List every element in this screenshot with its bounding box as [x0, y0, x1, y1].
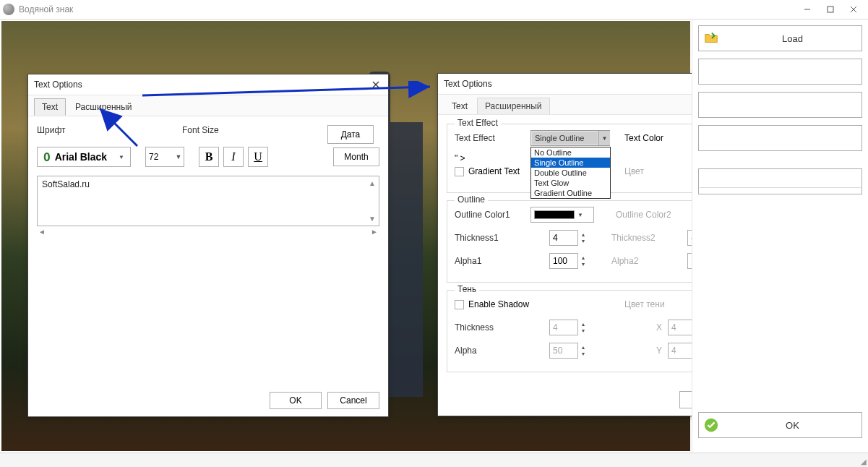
- side-slot[interactable]: [698, 168, 862, 194]
- check-circle-icon: [699, 417, 723, 433]
- font-picker[interactable]: O Arial Black ▼: [37, 147, 131, 167]
- app-icon: [3, 4, 14, 15]
- chevron-down-icon[interactable]: ▼: [598, 131, 610, 145]
- outline-color2-label: Outline Color2: [616, 210, 692, 220]
- option-text-glow[interactable]: Text Glow: [531, 178, 610, 188]
- minimize-button[interactable]: [796, 1, 819, 18]
- option-single-outline[interactable]: Single Outline: [531, 158, 610, 168]
- scroll-left-icon[interactable]: ◄: [38, 228, 46, 236]
- resize-grip-icon[interactable]: ◢: [861, 458, 867, 466]
- chevron-down-icon[interactable]: ▼: [173, 147, 184, 166]
- enable-shadow-label: Enable Shadow: [468, 299, 529, 309]
- maximize-button[interactable]: [819, 1, 842, 18]
- shadow-y-label: Y: [611, 346, 662, 356]
- watermark-text-input[interactable]: SoftSalad.ru ▲ ▼: [37, 176, 379, 226]
- font-size-input[interactable]: ▼: [145, 147, 184, 167]
- font-size-label: Font Size: [182, 125, 291, 135]
- statusbar: ◢: [0, 453, 868, 467]
- folder-open-icon: [699, 30, 723, 46]
- ok-button[interactable]: OK: [270, 392, 322, 409]
- italic-button[interactable]: I: [223, 147, 244, 167]
- cvet-label: Цвет: [624, 166, 700, 176]
- alpha1-input[interactable]: 100: [549, 253, 578, 269]
- tabs: Text Расширенный: [28, 95, 388, 116]
- chevron-down-icon: ▼: [577, 212, 583, 218]
- load-label: Load: [723, 33, 861, 44]
- outline-color1-picker[interactable]: ▼: [530, 207, 594, 223]
- side-panel: Load OK: [692, 19, 868, 453]
- outline-color1-label: Outline Color1: [455, 210, 530, 220]
- side-slot[interactable]: [698, 125, 862, 151]
- thickness1-input[interactable]: 4: [549, 230, 578, 246]
- scroll-down-icon[interactable]: ▼: [369, 215, 376, 223]
- svg-rect-1: [828, 7, 833, 12]
- titlebar: Водяной знак: [0, 0, 868, 19]
- window-title: Водяной знак: [19, 4, 73, 14]
- tab-advanced[interactable]: Расширенный: [67, 98, 140, 116]
- text-effect-dropdown[interactable]: No Outline Single Outline Double Outline…: [530, 147, 611, 199]
- thickness2-label: Thickness2: [611, 233, 687, 243]
- bold-button[interactable]: B: [199, 147, 219, 167]
- watermark-text-value: SoftSalad.ru: [42, 179, 90, 189]
- scroll-up-icon[interactable]: ▲: [369, 179, 376, 187]
- option-no-outline[interactable]: No Outline: [531, 147, 610, 158]
- option-gradient-outline[interactable]: Gradient Outline: [531, 188, 610, 198]
- chevron-down-icon: ▼: [119, 154, 124, 160]
- close-button[interactable]: [842, 1, 865, 18]
- font-name: Arial Black: [55, 151, 107, 163]
- ok-button[interactable]: OK: [698, 412, 862, 438]
- shadow-color-label: Цвет тени: [624, 299, 700, 309]
- gradient-text-label: Gradient Text: [468, 166, 520, 176]
- gradient-text-checkbox[interactable]: [455, 167, 464, 176]
- tab-advanced[interactable]: Расширенный: [477, 98, 550, 114]
- scroll-right-icon[interactable]: ►: [371, 228, 378, 236]
- tab-text[interactable]: Text: [444, 98, 476, 114]
- month-button[interactable]: Month: [333, 147, 379, 166]
- dialog-titlebar[interactable]: Text Options: [28, 74, 388, 95]
- shadow-alpha-label: Alpha: [455, 346, 530, 356]
- text-color-label: Text Color: [624, 133, 700, 143]
- date-button[interactable]: Дата: [327, 125, 374, 144]
- enable-shadow-checkbox[interactable]: [455, 300, 464, 309]
- workarea: Text Options Text Расширенный Шрифт Font…: [0, 19, 868, 453]
- close-icon[interactable]: [369, 78, 382, 91]
- shadow-x-label: X: [611, 322, 662, 333]
- dialog-title: Text Options: [34, 80, 82, 90]
- font-glyph-icon: O: [43, 150, 51, 164]
- divider: [700, 187, 861, 188]
- shadow-thickness-input: 4: [549, 320, 578, 335]
- option-double-outline[interactable]: Double Outline: [531, 168, 610, 178]
- combo-selected: Single Outline: [532, 132, 598, 145]
- thickness1-spinner[interactable]: ▲▼: [580, 231, 587, 244]
- alpha1-label: Alpha1: [455, 256, 530, 266]
- group-label: Text Effect: [455, 118, 501, 128]
- load-button[interactable]: Load: [698, 25, 862, 51]
- shadow-thickness-label: Thickness: [455, 322, 530, 333]
- ok-label: OK: [723, 420, 861, 431]
- thickness1-label: Thickness1: [455, 233, 530, 243]
- group-label: Outline: [455, 194, 488, 205]
- shadow-alpha-spinner: ▲▼: [580, 344, 587, 357]
- shadow-thickness-spinner: ▲▼: [580, 321, 587, 334]
- font-label: Шрифт: [37, 125, 145, 135]
- text-effect-label: Text Effect: [455, 133, 530, 143]
- tab-text[interactable]: Text: [34, 98, 66, 116]
- underline-button[interactable]: U: [248, 147, 268, 167]
- alpha1-spinner[interactable]: ▲▼: [580, 254, 587, 267]
- alpha2-label: Alpha2: [611, 256, 687, 266]
- side-slot[interactable]: [698, 59, 862, 85]
- shadow-alpha-input: 50: [549, 343, 578, 359]
- font-size-value[interactable]: [146, 147, 173, 166]
- text-effect-combo[interactable]: Single Outline ▼ No Outline Single Outli…: [530, 130, 610, 146]
- cancel-button[interactable]: Cancel: [327, 392, 379, 409]
- text-options-dialog-basic: Text Options Text Расширенный Шрифт Font…: [27, 74, 389, 417]
- group-label: Тень: [455, 284, 479, 294]
- side-slot[interactable]: [698, 92, 862, 118]
- dialog-title: Text Options: [444, 79, 492, 89]
